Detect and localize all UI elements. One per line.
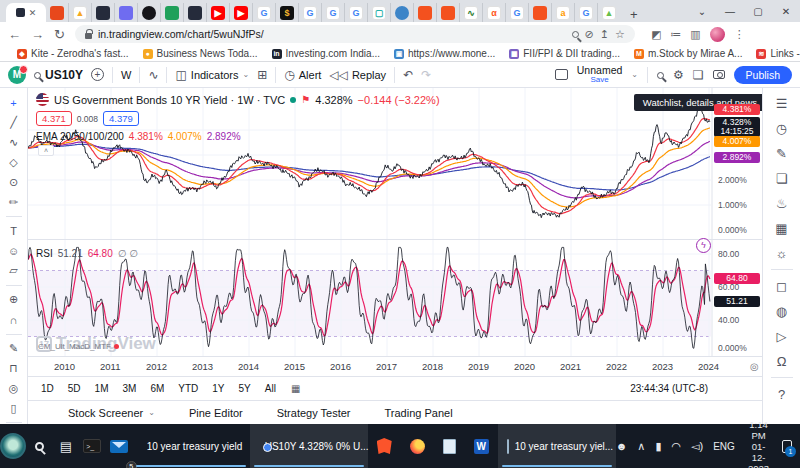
settings-gear-icon[interactable]: ⚙ — [673, 68, 684, 82]
main-legend[interactable]: US Government Bonds 10 YR Yield · 1W · T… — [36, 93, 440, 106]
fullscreen-icon[interactable]: ❏ — [693, 68, 704, 82]
url-text[interactable]: in.tradingview.com/chart/5wuNJfPs/ — [98, 28, 566, 40]
range-5d[interactable]: 5D — [63, 381, 86, 396]
range-3m[interactable]: 3M — [118, 381, 142, 396]
live-icon[interactable]: ▷ — [771, 327, 793, 345]
mail-icon[interactable]: 5 — [105, 424, 131, 468]
task-view-icon[interactable]: ▤ — [53, 424, 79, 468]
calendar-icon[interactable]: ▦ — [771, 219, 793, 237]
watchlist-icon[interactable]: ☰ — [771, 94, 793, 112]
layout-name-button[interactable]: Unnamed Save — [577, 65, 623, 85]
extensions-icon[interactable]: ◩ — [651, 28, 661, 41]
orange-app-tab-3[interactable] — [528, 3, 551, 22]
notifications-center-icon[interactable]: 1 — [782, 440, 792, 453]
layout-select-icon[interactable] — [555, 69, 568, 80]
youtube-tab[interactable]: ▶ — [206, 3, 229, 22]
language-indicator[interactable]: ENG — [713, 441, 735, 452]
blue-circle-tab[interactable] — [390, 3, 413, 22]
notifications-icon[interactable]: Ω — [771, 352, 793, 370]
scroll-to-realtime-icon[interactable]: ◎ — [750, 361, 759, 372]
compare-add-symbol-button[interactable]: + — [91, 68, 104, 81]
prediction-tool[interactable]: ⊙ — [4, 176, 24, 190]
redo-icon[interactable]: ↷ — [421, 68, 431, 82]
password-hidden-icon[interactable]: ⊘ — [585, 28, 594, 41]
undo-icon[interactable]: ↶ — [403, 68, 413, 82]
purple-app-tab[interactable] — [114, 3, 137, 22]
google-tab-4[interactable]: G — [344, 3, 367, 22]
chart-line-tab[interactable]: ∿ — [459, 3, 482, 22]
drawing-lock-tool[interactable]: ✎ — [4, 342, 24, 356]
share-icon[interactable]: ↥ — [600, 28, 609, 41]
reload-icon[interactable]: ↻ — [54, 27, 65, 42]
hidden-icons-chevron[interactable]: ∧ — [637, 440, 645, 453]
streams-icon[interactable]: ◍ — [771, 302, 793, 320]
measure-tool[interactable]: ▱ — [4, 264, 24, 278]
bookmark-kite[interactable]: ◆Kite - Zerodha's fast... — [10, 48, 136, 59]
sell-price-button[interactable]: 4.371 — [36, 111, 72, 126]
range-1y[interactable]: 1Y — [207, 381, 229, 396]
maximize-button[interactable]: ▢ — [744, 2, 772, 22]
collapse-pane-button[interactable]: ˄ — [38, 145, 54, 156]
hide-all-tool[interactable]: ◎ — [4, 381, 24, 395]
url-bar[interactable]: in.tradingview.com/chart/5wuNJfPs/ ⊘ ↥ ☆ — [75, 25, 635, 43]
rsi-legend[interactable]: RSI 51.21 64.80 ∅ ∅ — [36, 248, 138, 259]
time-axis[interactable]: ◎ 20102011201220132014201520162017201820… — [28, 356, 762, 376]
money-tab[interactable]: $ — [275, 3, 298, 22]
snapshot-camera-icon[interactable] — [713, 70, 725, 79]
alert-button[interactable]: ◷Alert — [284, 68, 321, 82]
google-tab-5[interactable]: G — [505, 3, 528, 22]
console-tab[interactable]: ▲ — [68, 3, 91, 22]
close-button[interactable]: ✕ — [772, 2, 800, 22]
object-tree-icon[interactable]: ❏ — [771, 169, 793, 187]
text-tool[interactable]: T — [4, 224, 24, 238]
people-icon[interactable]: ☻ — [616, 440, 628, 452]
taskbar-notepad[interactable] — [434, 424, 465, 468]
remove-tool[interactable]: ▯ — [4, 401, 24, 415]
taskbar-notepad-window[interactable]: 10 year treasury yiel... — [498, 424, 616, 468]
bookmark-mstock[interactable]: Mm.Stock by Mirae A... — [627, 48, 749, 59]
quick-search-icon[interactable] — [657, 68, 664, 82]
volume-icon[interactable]: ◅) — [691, 440, 703, 453]
tab-pine-editor[interactable]: Pine Editor — [189, 407, 243, 419]
instrument-title[interactable]: US Government Bonds 10 YR Yield · 1W · T… — [54, 94, 285, 106]
flag-symbol-icon[interactable]: ⚑ — [301, 94, 310, 105]
google-tab-6[interactable]: G — [574, 3, 597, 22]
bookmark-linkly[interactable]: ≋Links - Linkly — [749, 48, 800, 59]
gann-fibonacci-tool[interactable]: ∿ — [4, 136, 24, 150]
help-icon[interactable]: ? — [771, 385, 793, 403]
wifi-icon[interactable]: ◠ — [671, 440, 681, 453]
range-5y[interactable]: 5Y — [234, 381, 256, 396]
range-1m[interactable]: 1M — [90, 381, 114, 396]
taskbar-search-icon[interactable] — [26, 424, 52, 468]
magnet-tool[interactable]: ∩ — [4, 313, 24, 327]
taskbar-clock[interactable]: 1:14 PM 01-12-2023 — [745, 419, 772, 468]
range-all[interactable]: All — [260, 381, 281, 396]
emoji-tool[interactable]: ☺ — [4, 244, 24, 258]
ideas-icon[interactable]: ☼ — [771, 244, 793, 262]
google-tab-3[interactable]: G — [321, 3, 344, 22]
taskbar-chrome-window[interactable]: US10Y 4.328% 0% U... — [250, 424, 368, 468]
buy-price-button[interactable]: 4.379 — [103, 111, 139, 126]
forward-icon[interactable]: → — [31, 27, 44, 42]
alerts-icon[interactable]: ◷ — [771, 119, 793, 137]
range-1d[interactable]: 1D — [36, 381, 59, 396]
tab-stock-screener[interactable]: Stock Screener⌄ — [68, 407, 155, 419]
user-avatar[interactable]: M — [8, 66, 26, 84]
interval-button[interactable]: W — [121, 69, 131, 81]
lock-all-tool[interactable]: ⊓ — [4, 361, 24, 375]
orange-app-tab[interactable] — [413, 3, 436, 22]
range-6m[interactable]: 6M — [145, 381, 169, 396]
browser-profile-avatar[interactable] — [710, 27, 725, 42]
indicator-templates-icon[interactable]: ⊞ — [257, 68, 267, 82]
close-tab-icon[interactable]: ✕ — [29, 8, 37, 18]
kite-tab[interactable] — [46, 3, 68, 22]
crosshair-tool[interactable]: + — [4, 96, 24, 110]
range-ytd[interactable]: YTD — [173, 381, 203, 396]
tab-trading-panel[interactable]: Trading Panel — [385, 407, 453, 419]
brush-tool[interactable]: ✏ — [4, 195, 24, 209]
tab-search-chevron[interactable]: ⌄ — [688, 2, 716, 22]
ema-legend[interactable]: EMA 20/50/100/200 4.381%4.007%2.892% — [36, 131, 241, 142]
bookmark-investing[interactable]: inInvesting.com India... — [265, 48, 388, 59]
dark-app-tab-2[interactable] — [183, 3, 206, 22]
teal-outline-tab[interactable]: ▢ — [367, 3, 390, 22]
